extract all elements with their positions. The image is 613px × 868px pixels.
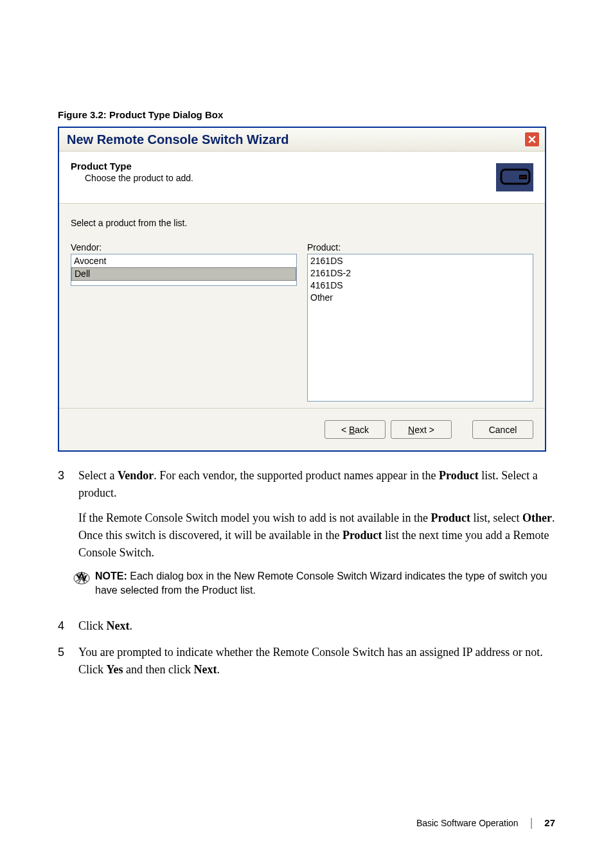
instruction-text: Select a product from the list. [71,218,533,228]
note-block: NOTE: Each dialog box in the New Remote … [73,569,555,598]
vendor-listbox[interactable]: Avocent Dell [71,254,297,286]
figure-caption: Figure 3.2: Product Type Dialog Box [58,109,555,120]
header-subtitle: Choose the product to add. [71,173,490,183]
header-title: Product Type [71,161,490,172]
close-icon[interactable] [524,132,540,147]
note-icon [73,570,90,587]
step-number: 5 [58,644,78,678]
dialog-header: Product Type Choose the product to add. [59,151,545,203]
step-text: Click Next. [78,617,555,635]
list-item[interactable]: Dell [71,267,296,281]
note-text: NOTE: Each dialog box in the New Remote … [95,569,555,598]
product-listbox[interactable]: 2161DS 2161DS-2 4161DS Other [307,254,533,402]
list-item[interactable]: 2161DS [308,255,533,267]
dialog-body: Select a product from the list. Vendor: … [59,203,545,408]
cancel-button[interactable]: Cancel [472,420,533,439]
page-number: 27 [544,817,555,828]
svg-point-5 [520,177,522,178]
list-item[interactable]: 4161DS [308,279,533,292]
wizard-dialog: New Remote Console Switch Wizard Product… [58,127,546,452]
step-number: 4 [58,617,78,635]
list-item[interactable]: Other [308,292,533,304]
step-text: If the Remote Console Switch model you w… [78,509,555,562]
btn-text: N [408,425,414,435]
btn-text: B [349,425,355,435]
svg-point-7 [524,177,526,178]
list-item[interactable]: Avocent [71,255,296,267]
product-label: Product: [307,242,533,252]
dialog-titlebar: New Remote Console Switch Wizard [59,128,545,151]
instruction-list: 3 Select a Vendor. For each vendor, the … [58,467,555,678]
vendor-label: Vendor: [71,242,297,252]
switch-device-icon [496,163,533,191]
btn-text: < [341,425,349,435]
step-text: Select a Vendor. For each vendor, the su… [78,467,555,502]
section-name: Basic Software Operation [416,818,519,828]
page-footer: Basic Software Operation | 27 [416,816,555,829]
list-item[interactable]: 2161DS-2 [308,267,533,279]
back-button[interactable]: < Back [324,420,386,439]
footer-divider: | [530,816,533,829]
next-button[interactable]: Next > [391,420,452,439]
btn-text: ack [355,425,369,435]
dialog-title: New Remote Console Switch Wizard [67,132,289,147]
btn-text: ext > [414,425,434,435]
step-text: You are prompted to indicate whether the… [78,644,555,678]
svg-point-6 [522,177,524,178]
dialog-footer: < Back Next > Cancel [59,408,545,450]
